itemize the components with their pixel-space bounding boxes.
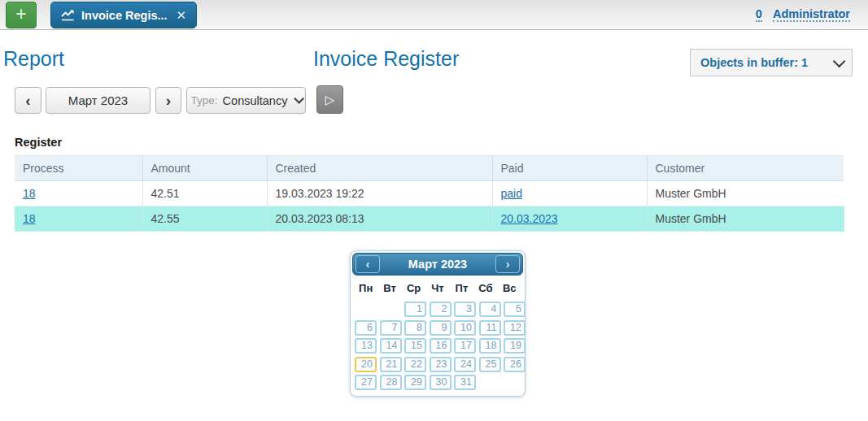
calendar-day-13[interactable]: 13 [355, 338, 377, 354]
calendar-day-18[interactable]: 18 [479, 338, 501, 354]
calendar-day-6[interactable]: 6 [355, 320, 377, 336]
breadcrumb-section-title: Report [3, 47, 64, 71]
calendar-day-20[interactable]: 20 [355, 357, 377, 372]
month-selector-button[interactable]: Март 2023 [46, 87, 150, 114]
calendar-day-28[interactable]: 28 [380, 375, 402, 390]
user-menu-link[interactable]: Administrator [773, 7, 850, 22]
weekday-label: Чт [425, 282, 449, 294]
calendar-day-17[interactable]: 17 [454, 338, 476, 354]
calendar-day-3[interactable]: 3 [454, 302, 476, 317]
calendar-next-month-button[interactable]: › [495, 255, 520, 273]
register-heading: Register [15, 136, 62, 149]
calendar-day-19[interactable]: 19 [504, 338, 526, 354]
calendar-day-11[interactable]: 11 [479, 320, 501, 336]
notifications-count-link[interactable]: 0 [756, 7, 762, 22]
objects-buffer-dropdown[interactable]: Objects in buffer: 1 [690, 49, 853, 76]
user-area: 0 Administrator [756, 7, 850, 22]
process-cell: 18 [15, 181, 142, 206]
process-link[interactable]: 18 [23, 212, 36, 225]
previous-month-button[interactable]: ‹ [15, 87, 41, 114]
register-column-header: Created [267, 156, 492, 181]
weekday-label: Пт [450, 282, 473, 294]
trend-chart-icon [61, 10, 75, 21]
calendar-grid: 1234567891011121314151617181920212223242… [355, 302, 526, 390]
calendar-prev-month-button[interactable]: ‹ [355, 255, 380, 273]
weekday-label: Сб [473, 282, 497, 294]
calendar-day-10[interactable]: 10 [454, 320, 476, 336]
calendar-day-9[interactable]: 9 [430, 320, 451, 336]
paid-cell: 20.03.2023 [492, 206, 647, 232]
chevron-down-icon [294, 93, 305, 104]
calendar-day-24[interactable]: 24 [454, 357, 476, 372]
calendar-day-21[interactable]: 21 [380, 357, 402, 372]
amount-cell: 42.51 [142, 181, 267, 206]
calendar-empty-cell [504, 375, 526, 390]
calendar-empty-cell [479, 375, 501, 390]
calendar-day-12[interactable]: 12 [504, 320, 526, 336]
calendar-day-31[interactable]: 31 [454, 375, 476, 390]
page-title: Invoice Register [313, 47, 459, 71]
register-column-header: Process [15, 156, 142, 181]
chevron-right-icon: › [166, 93, 171, 108]
calendar-empty-cell [380, 302, 402, 317]
customer-cell: Muster GmbH [647, 181, 844, 206]
tab-label: Invoice Regis... [81, 9, 168, 22]
tab-invoice-register[interactable]: Invoice Regis... ✕ [50, 2, 197, 28]
next-month-button[interactable]: › [155, 87, 181, 114]
calendar-day-22[interactable]: 22 [404, 357, 426, 372]
weekday-label: Вт [377, 282, 401, 294]
weekday-label: Вс [498, 282, 521, 294]
objects-buffer-label: Objects in buffer: 1 [700, 56, 808, 69]
register-header-row: ProcessAmountCreatedPaidCustomer [15, 156, 844, 181]
calendar-weekdays: ПнВтСрЧтПтСбВс [354, 282, 521, 294]
type-selected-value: Consultancy [223, 94, 288, 107]
calendar-day-27[interactable]: 27 [355, 375, 377, 390]
customer-cell: Muster GmbH [647, 206, 844, 232]
calendar-day-29[interactable]: 29 [404, 375, 426, 390]
amount-cell: 42.55 [142, 206, 267, 232]
play-icon: ▷ [325, 93, 335, 107]
calendar-day-16[interactable]: 16 [430, 338, 451, 354]
calendar-empty-cell [355, 302, 377, 317]
chevron-left-icon: ‹ [366, 258, 370, 271]
register-column-header: Customer [647, 156, 844, 181]
paid-cell: paid [492, 181, 647, 206]
run-report-button[interactable]: ▷ [316, 85, 343, 114]
register-column-header: Amount [142, 156, 267, 181]
chevron-left-icon: ‹ [25, 93, 30, 108]
close-tab-icon[interactable]: ✕ [177, 8, 187, 23]
calendar-day-7[interactable]: 7 [380, 320, 402, 336]
calendar-day-8[interactable]: 8 [404, 320, 426, 336]
calendar-day-5[interactable]: 5 [504, 302, 526, 317]
table-row[interactable]: 1842.5520.03.2023 08:1320.03.2023Muster … [15, 206, 844, 232]
calendar-month-title: Март 2023 [408, 258, 467, 271]
created-cell: 19.03.2023 19:22 [267, 181, 492, 206]
created-cell: 20.03.2023 08:13 [267, 206, 492, 232]
table-row[interactable]: 1842.5119.03.2023 19:22paidMuster GmbH [15, 181, 844, 206]
calendar-day-1[interactable]: 1 [404, 302, 426, 317]
app-window: + Invoice Regis... ✕ 0 Administrator Rep… [0, 0, 868, 421]
calendar-day-26[interactable]: 26 [504, 357, 526, 372]
chevron-right-icon: › [506, 258, 510, 271]
calendar-day-30[interactable]: 30 [430, 375, 451, 390]
add-tab-button[interactable]: + [6, 2, 37, 28]
paid-link[interactable]: 20.03.2023 [501, 212, 558, 225]
calendar-day-15[interactable]: 15 [404, 338, 426, 354]
calendar-header: ‹ Март 2023 › [352, 253, 523, 276]
register-table-body: 1842.5119.03.2023 19:22paidMuster GmbH18… [15, 181, 844, 232]
type-dropdown[interactable]: Type: Consultancy [186, 87, 306, 114]
paid-link[interactable]: paid [501, 187, 522, 200]
date-picker-calendar: ‹ Март 2023 › ПнВтСрЧтПтСбВс 12345678910… [350, 250, 526, 397]
chevron-down-icon [833, 54, 846, 67]
calendar-day-14[interactable]: 14 [380, 338, 402, 354]
type-label: Type: [191, 94, 218, 106]
calendar-day-2[interactable]: 2 [430, 302, 451, 317]
calendar-day-23[interactable]: 23 [430, 357, 451, 372]
process-cell: 18 [15, 206, 142, 232]
calendar-day-25[interactable]: 25 [479, 357, 501, 372]
process-link[interactable]: 18 [23, 187, 36, 200]
weekday-label: Пн [354, 282, 377, 294]
calendar-day-4[interactable]: 4 [479, 302, 501, 317]
register-table: ProcessAmountCreatedPaidCustomer 1842.51… [15, 155, 844, 232]
weekday-label: Ср [402, 282, 425, 294]
